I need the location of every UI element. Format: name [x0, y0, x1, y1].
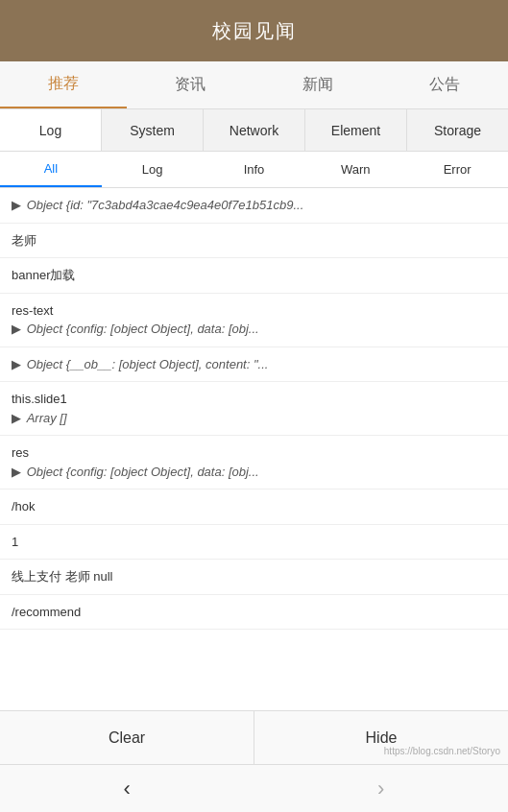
log-entry-4: res-text ▶ Object {config: [object Objec… [0, 294, 508, 347]
log-content: ▶ Object {id: "7c3abd4a3cae4c9ea4e0f7e1b… [0, 188, 508, 710]
log-entry-5: ▶ Object {__ob__: [object Object], conte… [0, 347, 508, 383]
log-entry-10: 线上支付 老师 null [0, 560, 508, 595]
expand-arrow-7[interactable]: ▶ [12, 465, 21, 479]
filter-tab-info[interactable]: Info [204, 152, 305, 187]
log-entry-1: ▶ Object {id: "7c3abd4a3cae4c9ea4e0f7e1b… [0, 188, 508, 224]
expand-arrow-5[interactable]: ▶ [12, 357, 21, 371]
filter-tab-all[interactable]: All [0, 152, 102, 187]
devtool-tab-storage[interactable]: Storage [407, 109, 508, 151]
filter-tab-log[interactable]: Log [102, 152, 204, 187]
log-entry-2: 老师 [0, 224, 508, 259]
expand-arrow-4[interactable]: ▶ [12, 322, 21, 336]
filter-tab-warn[interactable]: Warn [304, 152, 406, 187]
nav-tab-info[interactable]: 资讯 [127, 61, 254, 108]
log-entry-9: 1 [0, 525, 508, 561]
expand-arrow-6[interactable]: ▶ [12, 411, 21, 425]
app-title: 校园见闻 [212, 18, 297, 44]
nav-tab-recommend[interactable]: 推荐 [0, 61, 127, 108]
clear-button[interactable]: Clear [0, 711, 254, 764]
nav-tab-news[interactable]: 新闻 [254, 61, 381, 108]
nav-tab-notice[interactable]: 公告 [381, 61, 508, 108]
log-entry-6: this.slide1 ▶ Array [] [0, 382, 508, 436]
log-entry-7: res ▶ Object {config: [object Object], d… [0, 436, 508, 490]
filter-tab-error[interactable]: Error [406, 152, 508, 187]
forward-button[interactable]: › [377, 776, 384, 801]
hide-button[interactable]: Hide [254, 711, 508, 764]
nav-tabs: 推荐 资讯 新闻 公告 [0, 61, 508, 109]
devtool-tab-element[interactable]: Element [305, 109, 407, 151]
filter-tabs: All Log Info Warn Error [0, 152, 508, 188]
bottom-bar: Clear Hide [0, 710, 508, 764]
devtool-tab-log[interactable]: Log [0, 109, 102, 151]
nav-bar: ‹ › [0, 764, 508, 812]
log-entry-8: /hok [0, 490, 508, 525]
log-entry-3: banner加载 [0, 258, 508, 294]
devtool-tab-system[interactable]: System [102, 109, 204, 151]
log-entry-11: /recommend [0, 595, 508, 631]
expand-arrow-1[interactable]: ▶ [12, 198, 21, 212]
back-button[interactable]: ‹ [124, 776, 131, 801]
app-header: 校园见闻 [0, 0, 508, 61]
devtools-tabs: Log System Network Element Storage [0, 109, 508, 152]
devtool-tab-network[interactable]: Network [204, 109, 305, 151]
